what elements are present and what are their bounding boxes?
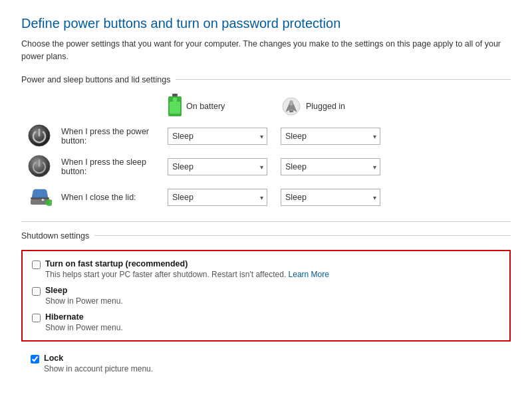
lid-plugged-dropdown[interactable]: Sleep Hibernate Shut down Do nothing xyxy=(281,189,380,206)
plugged-in-header: Plugged in xyxy=(281,94,394,119)
page-description: Choose the power settings that you want … xyxy=(21,38,511,63)
shutdown-section-header: Shutdown settings xyxy=(21,231,511,241)
lock-section: Lock Show in account picture menu. xyxy=(21,347,511,380)
power-battery-dropdown-wrapper[interactable]: Sleep Hibernate Shut down Do nothing ▾ xyxy=(168,128,267,145)
lock-title: Lock xyxy=(44,354,63,363)
sleep-shutdown-title: Sleep xyxy=(45,286,67,295)
svg-rect-9 xyxy=(31,197,49,199)
section-divider xyxy=(21,221,511,222)
svg-rect-3 xyxy=(173,98,177,102)
fast-startup-item: Turn on fast startup (recommended) This … xyxy=(32,259,500,279)
fast-startup-title: Turn on fast startup (recommended) xyxy=(45,259,188,268)
hibernate-desc: Show in Power menu. xyxy=(45,323,500,332)
on-battery-header: On battery xyxy=(168,94,281,119)
power-button-icon xyxy=(28,124,52,148)
battery-icon xyxy=(168,94,182,119)
sleep-battery-dropdown[interactable]: Sleep Hibernate Shut down Do nothing xyxy=(168,158,267,175)
sleep-plugged-dropdown-wrapper[interactable]: Sleep Hibernate Shut down Do nothing ▾ xyxy=(281,158,380,175)
power-button-row: When I press the power button: Sleep Hib… xyxy=(21,124,511,148)
lock-checkbox[interactable] xyxy=(31,355,39,363)
lid-close-row: When I close the lid: Sleep Hibernate Sh… xyxy=(21,185,511,209)
power-plugged-dropdown-wrapper[interactable]: Sleep Hibernate Shut down Do nothing ▾ xyxy=(281,128,380,145)
sleep-item: Sleep Show in Power menu. xyxy=(32,286,500,306)
sleep-button-row: When I press the sleep button: Sleep Hib… xyxy=(21,155,511,179)
sleep-plugged-dropdown[interactable]: Sleep Hibernate Shut down Do nothing xyxy=(281,158,380,175)
buttons-section-header: Power and sleep buttons and lid settings xyxy=(21,75,511,84)
lid-battery-dropdown[interactable]: Sleep Hibernate Shut down Do nothing xyxy=(168,189,267,206)
hibernate-checkbox[interactable] xyxy=(32,314,41,322)
svg-point-5 xyxy=(289,100,293,106)
sleep-battery-dropdown-wrapper[interactable]: Sleep Hibernate Shut down Do nothing ▾ xyxy=(168,158,267,175)
shutdown-box: Turn on fast startup (recommended) This … xyxy=(21,250,511,342)
column-headers: On battery Plugged in xyxy=(168,94,511,119)
lock-desc: Show in account picture menu. xyxy=(44,364,501,373)
svg-rect-2 xyxy=(170,102,180,114)
svg-rect-0 xyxy=(172,94,178,96)
svg-rect-6 xyxy=(289,110,293,112)
hibernate-title: Hibernate xyxy=(45,312,84,322)
lid-battery-dropdown-wrapper[interactable]: Sleep Hibernate Shut down Do nothing ▾ xyxy=(168,189,267,206)
lid-close-label: When I close the lid: xyxy=(61,193,168,202)
sleep-shutdown-desc: Show in Power menu. xyxy=(45,296,500,306)
sleep-shutdown-checkbox[interactable] xyxy=(32,287,41,296)
power-button-label: When I press the power button: xyxy=(61,127,168,146)
fast-startup-checkbox[interactable] xyxy=(32,260,41,269)
page-title: Define power buttons and turn on passwor… xyxy=(21,16,511,31)
fast-startup-desc: This helps start your PC faster after sh… xyxy=(45,270,500,279)
lid-plugged-dropdown-wrapper[interactable]: Sleep Hibernate Shut down Do nothing ▾ xyxy=(281,189,380,206)
sleep-button-label: When I press the sleep button: xyxy=(61,157,168,176)
sleep-button-icon xyxy=(28,155,52,179)
power-plugged-dropdown[interactable]: Sleep Hibernate Shut down Do nothing xyxy=(281,128,380,145)
plugged-in-icon xyxy=(281,96,302,117)
lid-close-icon xyxy=(28,185,52,209)
power-battery-dropdown[interactable]: Sleep Hibernate Shut down Do nothing xyxy=(168,128,267,145)
hibernate-item: Hibernate Show in Power menu. xyxy=(32,312,500,332)
learn-more-link[interactable]: Learn More xyxy=(289,270,329,279)
